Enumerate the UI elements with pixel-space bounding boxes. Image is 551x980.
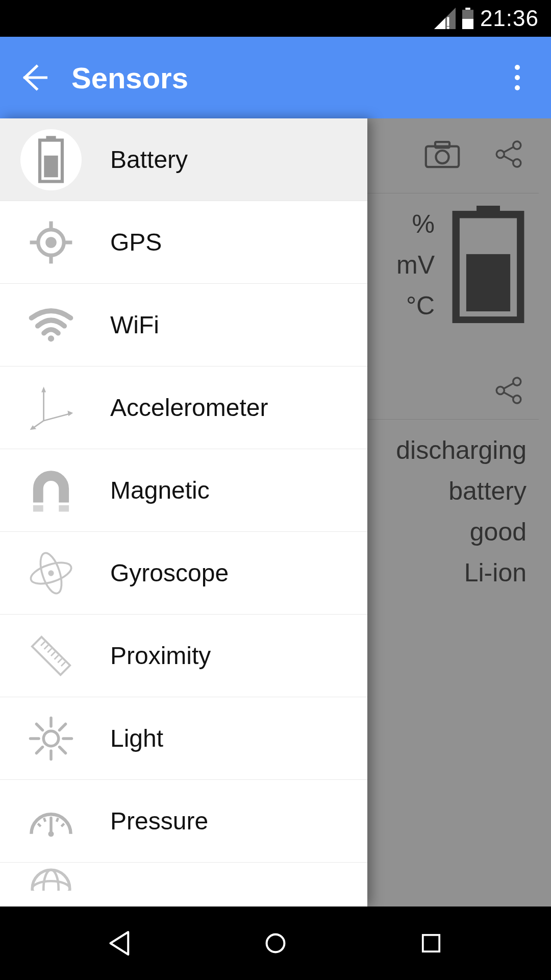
svg-rect-39 — [33, 505, 43, 511]
svg-rect-25 — [44, 155, 58, 177]
nav-home-button[interactable] — [240, 923, 311, 964]
drawer-item-label: Proximity — [110, 642, 211, 670]
drawer-item-label: WiFi — [110, 311, 159, 339]
drawer-item-pressure[interactable]: Pressure — [0, 780, 367, 863]
light-icon — [20, 708, 82, 769]
drawer-item-label: Magnetic — [110, 476, 210, 504]
page-title: Sensors — [71, 61, 188, 95]
drawer-item-label: Light — [110, 724, 163, 752]
status-bar: 21:36 — [0, 0, 551, 37]
svg-rect-4 — [465, 8, 470, 10]
drawer-item-label: Pressure — [110, 807, 208, 835]
svg-line-50 — [58, 658, 62, 663]
nav-back-button[interactable] — [84, 923, 156, 964]
svg-point-3 — [447, 27, 449, 29]
drawer-item-label: GPS — [110, 228, 162, 256]
overflow-menu-button[interactable] — [499, 59, 536, 96]
svg-line-60 — [36, 747, 42, 753]
gps-icon — [20, 212, 82, 273]
svg-rect-40 — [59, 505, 69, 511]
svg-point-62 — [48, 831, 54, 837]
drawer-item-wifi[interactable]: WiFi — [0, 284, 367, 366]
svg-rect-6 — [462, 19, 473, 29]
accelerometer-icon — [20, 377, 82, 438]
drawer-item-light[interactable]: Light — [0, 697, 367, 780]
svg-point-71 — [267, 935, 285, 952]
navigation-drawer: Battery GPS WiFi — [0, 118, 367, 906]
svg-line-49 — [55, 655, 59, 659]
svg-point-27 — [45, 237, 57, 248]
drawer-item-battery[interactable]: Battery — [0, 118, 367, 201]
svg-line-48 — [51, 652, 55, 656]
drawer-item-accelerometer[interactable]: Accelerometer — [0, 366, 367, 449]
svg-point-52 — [43, 731, 58, 746]
svg-line-51 — [61, 662, 65, 666]
svg-marker-70 — [110, 932, 128, 954]
svg-line-58 — [60, 747, 66, 753]
svg-rect-72 — [423, 935, 439, 951]
drawer-item-proximity[interactable]: Proximity — [0, 615, 367, 697]
system-nav-bar — [0, 906, 551, 980]
magnet-icon — [20, 460, 82, 521]
drawer-item-label: Gyroscope — [110, 559, 229, 587]
svg-marker-1 — [434, 18, 445, 29]
drawer-item-partial[interactable] — [0, 863, 367, 893]
globe-icon — [20, 865, 82, 891]
svg-line-57 — [36, 724, 42, 730]
app-bar: Sensors — [0, 37, 551, 118]
wifi-icon — [20, 295, 82, 356]
svg-line-46 — [44, 645, 48, 649]
nav-recents-button[interactable] — [395, 923, 467, 964]
status-clock: 21:36 — [480, 6, 539, 31]
svg-marker-36 — [67, 410, 73, 416]
svg-line-45 — [41, 642, 45, 646]
ruler-icon — [20, 625, 82, 687]
drawer-item-gyroscope[interactable]: Gyroscope — [0, 532, 367, 615]
svg-marker-34 — [41, 386, 46, 392]
battery-icon — [20, 129, 82, 190]
pressure-gauge-icon — [20, 791, 82, 852]
svg-line-47 — [47, 648, 52, 652]
svg-line-59 — [60, 724, 66, 730]
svg-point-32 — [48, 335, 54, 341]
svg-rect-2 — [447, 17, 449, 26]
svg-point-43 — [48, 570, 54, 576]
status-battery-icon — [461, 8, 475, 29]
drawer-item-label: Battery — [110, 145, 188, 174]
cell-signal-icon — [434, 8, 456, 29]
svg-line-63 — [38, 823, 41, 826]
svg-line-66 — [57, 818, 58, 821]
back-button[interactable] — [15, 59, 52, 96]
gyroscope-icon — [20, 543, 82, 604]
svg-line-64 — [61, 823, 64, 826]
drawer-item-magnetic[interactable]: Magnetic — [0, 449, 367, 532]
drawer-item-gps[interactable]: GPS — [0, 201, 367, 284]
drawer-item-label: Accelerometer — [110, 394, 268, 422]
svg-line-35 — [44, 413, 71, 420]
svg-line-65 — [44, 818, 45, 821]
svg-point-68 — [32, 881, 70, 891]
